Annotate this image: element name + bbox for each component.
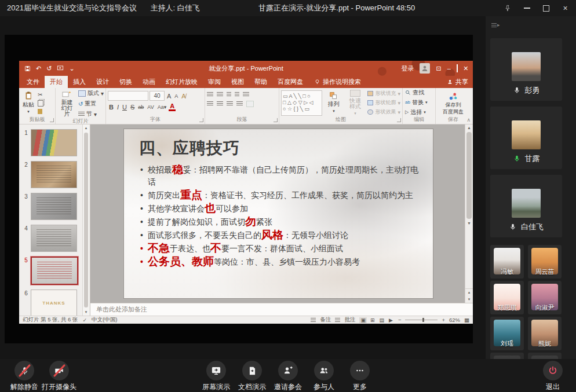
zoom-in-button[interactable]: +: [442, 317, 445, 323]
scroll-down-icon[interactable]: ▼: [85, 309, 88, 316]
invite-button[interactable]: 邀请参会: [274, 361, 302, 392]
close-button[interactable]: ×: [556, 0, 575, 16]
scroll-up-icon[interactable]: ▲: [467, 124, 471, 131]
tell-me-search[interactable]: 操作说明搜索: [314, 76, 361, 88]
shape-fill-button[interactable]: 形状填充▾: [367, 90, 400, 97]
scroll-up-icon[interactable]: ▲: [85, 124, 88, 131]
shrink-font-button[interactable]: A: [173, 92, 179, 100]
align-center-button[interactable]: [217, 101, 223, 107]
strikethrough-button[interactable]: S: [129, 103, 136, 111]
slide-thumbnail[interactable]: 5: [21, 257, 90, 285]
increase-indent-button[interactable]: [235, 92, 239, 97]
replace-button[interactable]: ab替换▾: [405, 98, 433, 107]
cut-button[interactable]: ✂: [38, 91, 43, 98]
justify-button[interactable]: [236, 101, 243, 107]
tab-slideshow[interactable]: 幻灯片放映: [161, 76, 203, 88]
slide-thumbnail[interactable]: 4: [21, 225, 90, 252]
notes-toggle-label[interactable]: 备注: [320, 316, 331, 324]
slide-scrollbar[interactable]: ▲ ▼ ▴ ▾: [465, 124, 473, 303]
ppt-minimize-icon[interactable]: –: [447, 65, 451, 72]
numbering-button[interactable]: [217, 92, 223, 97]
doc-share-button[interactable]: 文档演示: [238, 361, 266, 392]
slide-thumbnail[interactable]: 6THANKS: [21, 290, 90, 316]
account-avatar[interactable]: [420, 63, 430, 74]
line-spacing-button[interactable]: [243, 92, 249, 97]
tab-animations[interactable]: 动画: [137, 76, 161, 88]
maximize-button[interactable]: [537, 0, 556, 16]
scroll-down-icon[interactable]: ▼: [467, 220, 471, 226]
align-right-button[interactable]: [227, 101, 233, 107]
tab-home[interactable]: 开始: [45, 76, 68, 88]
minimize-button[interactable]: [517, 0, 537, 16]
notes-pane[interactable]: 单击此处添加备注: [90, 303, 473, 316]
previous-slide-button[interactable]: ▴: [468, 289, 471, 296]
unmute-button[interactable]: 解除静音: [10, 361, 38, 392]
fit-to-window-button[interactable]: ▦: [464, 317, 469, 323]
font-name-input[interactable]: [108, 91, 148, 101]
slide-thumbnail[interactable]: 2: [21, 161, 90, 188]
font-size-input[interactable]: 40: [150, 91, 165, 101]
zoom-slider[interactable]: [405, 320, 438, 320]
thumbnails-scrollbar[interactable]: ▲ ▼: [82, 124, 89, 316]
participant-tile[interactable]: 郑思琪: [490, 281, 524, 314]
shape-effects-button[interactable]: 形状效果▾: [367, 108, 400, 116]
ppt-restore-icon[interactable]: [457, 65, 458, 72]
collapse-sidebar-icon[interactable]: ▸: [491, 22, 500, 28]
camera-button[interactable]: 打开摄像头: [38, 361, 80, 392]
reset-button[interactable]: ↺重置: [78, 100, 104, 108]
ribbon-display-options-icon[interactable]: ⊡: [436, 65, 441, 72]
ppt-close-icon[interactable]: ×: [464, 64, 468, 72]
bold-button[interactable]: B: [108, 103, 115, 111]
clear-format-button[interactable]: A̸: [180, 92, 187, 100]
bullets-button[interactable]: [207, 92, 213, 97]
tab-file[interactable]: 文件: [21, 76, 45, 88]
underline-button[interactable]: U: [121, 103, 128, 111]
participant-tile[interactable]: 冯敏: [490, 245, 524, 279]
collapse-ribbon-icon[interactable]: ∧: [466, 117, 471, 123]
qat-customize-icon[interactable]: ⌄: [69, 65, 74, 72]
participant-tile[interactable]: 甘露: [490, 107, 562, 169]
more-button[interactable]: 更多: [346, 361, 374, 392]
tab-view[interactable]: 视图: [226, 76, 249, 88]
language-indicator[interactable]: 中文(中国): [92, 316, 117, 324]
tab-design[interactable]: 设计: [91, 76, 114, 88]
reading-view-button[interactable]: ▤: [378, 317, 385, 323]
arrange-button[interactable]: 排列▾: [325, 90, 343, 116]
next-slide-button[interactable]: ▾: [468, 296, 471, 303]
spellcheck-icon[interactable]: ✓: [83, 317, 88, 323]
shapes-gallery[interactable]: ▭ A ╲ ╲ □ ○ □ △ ◇ ▽ ▷ ◁ ○ ☆ { } ╲ ▭: [281, 90, 322, 116]
participant-tile[interactable]: 熊妮: [528, 317, 562, 350]
tab-baidu-netdisk[interactable]: 百度网盘: [272, 76, 308, 88]
participant-tile[interactable]: 向淑尹: [528, 281, 562, 314]
tab-review[interactable]: 审阅: [203, 76, 226, 88]
change-case-button[interactable]: Aa▾: [156, 103, 168, 111]
exit-button[interactable]: 退出: [539, 361, 567, 392]
participant-tile[interactable]: 白佳飞: [490, 175, 562, 237]
italic-button[interactable]: I: [116, 103, 120, 111]
zoom-out-button[interactable]: −: [398, 317, 402, 323]
quick-styles-button[interactable]: 快速样式▾: [345, 90, 366, 116]
participant-tile[interactable]: 刘瑶: [490, 317, 524, 350]
normal-view-button[interactable]: ▣: [359, 317, 367, 323]
section-button[interactable]: 节▾: [78, 110, 104, 118]
participant-tile-partial[interactable]: [490, 353, 524, 359]
decrease-indent-button[interactable]: [227, 92, 231, 97]
format-painter-button[interactable]: [38, 109, 43, 114]
participant-tile[interactable]: 彭勇: [490, 38, 562, 101]
shadow-button[interactable]: ab: [137, 103, 145, 111]
participant-tile[interactable]: 周云苗: [528, 245, 562, 279]
new-slide-button[interactable]: 新建幻灯片: [57, 90, 76, 117]
copy-button[interactable]: [38, 100, 43, 107]
layout-button[interactable]: 版式▾: [78, 89, 104, 97]
tab-transitions[interactable]: 切换: [114, 76, 137, 88]
find-button[interactable]: 查找: [405, 89, 433, 97]
start-slideshow-icon[interactable]: [57, 65, 64, 72]
save-to-netdisk-button[interactable]: 保存到 百度网盘: [441, 90, 465, 116]
tab-insert[interactable]: 插入: [68, 76, 91, 88]
participants-button[interactable]: 参与人: [310, 361, 338, 392]
redo-icon[interactable]: ↺: [46, 65, 52, 72]
participant-tile-partial[interactable]: [528, 353, 562, 359]
tab-help[interactable]: 帮助: [249, 76, 272, 88]
notes-toggle-icon[interactable]: [311, 318, 316, 323]
grow-font-button[interactable]: A: [166, 92, 172, 100]
